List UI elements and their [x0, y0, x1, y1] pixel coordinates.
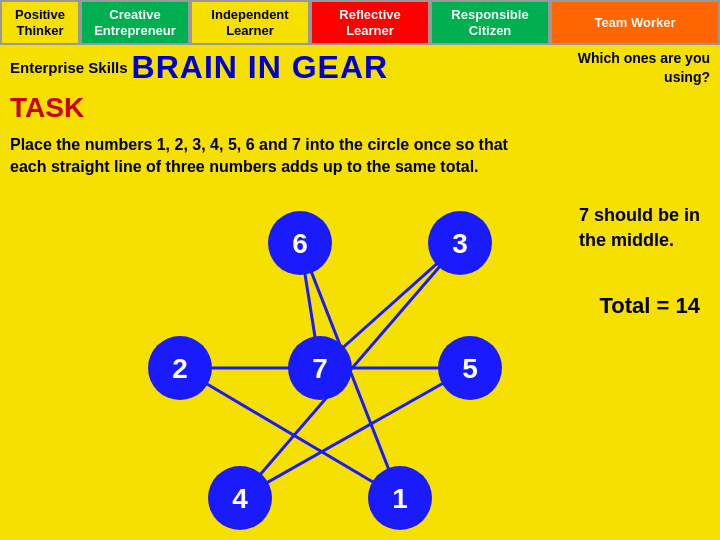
tab-reflective-learner[interactable]: Reflective Learner — [310, 0, 430, 45]
hint-text: 7 should be inthe middle. — [579, 203, 700, 253]
which-ones-label: Which ones are youusing? — [578, 49, 710, 85]
brain-title: BRAIN IN GEAR — [132, 49, 578, 86]
node-3[interactable]: 3 — [428, 211, 492, 275]
number-diagram: 6 3 2 7 5 4 1 — [80, 193, 580, 533]
node-2[interactable]: 2 — [148, 336, 212, 400]
svg-text:4: 4 — [232, 482, 248, 513]
svg-text:2: 2 — [172, 352, 188, 383]
node-4[interactable]: 4 — [208, 466, 272, 530]
svg-line-3 — [180, 368, 400, 498]
svg-text:6: 6 — [292, 227, 308, 258]
title-row: Enterprise Skills BRAIN IN GEAR Which on… — [0, 45, 720, 90]
svg-text:7: 7 — [312, 352, 328, 383]
enterprise-label: Enterprise Skills — [10, 59, 128, 76]
diagram-area: 7 should be inthe middle. Total = 14 6 3 — [0, 183, 720, 540]
tab-creative-entrepreneur[interactable]: Creative Entrepreneur — [80, 0, 190, 45]
svg-line-5 — [240, 368, 470, 498]
tab-independent-learner[interactable]: Independent Learner — [190, 0, 310, 45]
node-6[interactable]: 6 — [268, 211, 332, 275]
node-7-center[interactable]: 7 — [288, 336, 352, 400]
svg-text:3: 3 — [452, 227, 468, 258]
tab-positive-thinker[interactable]: Positive Thinker — [0, 0, 80, 45]
node-1[interactable]: 1 — [368, 466, 432, 530]
node-5[interactable]: 5 — [438, 336, 502, 400]
task-label: TASK — [0, 90, 720, 126]
tab-responsible-citizen[interactable]: Responsible Citizen — [430, 0, 550, 45]
total-text: Total = 14 — [600, 293, 700, 319]
tab-team-worker[interactable]: Team Worker — [550, 0, 720, 45]
description-text: Place the numbers 1, 2, 3, 4, 5, 6 and 7… — [0, 126, 720, 183]
svg-text:5: 5 — [462, 352, 478, 383]
header-tabs: Positive Thinker Creative Entrepreneur I… — [0, 0, 720, 45]
svg-text:1: 1 — [392, 482, 408, 513]
